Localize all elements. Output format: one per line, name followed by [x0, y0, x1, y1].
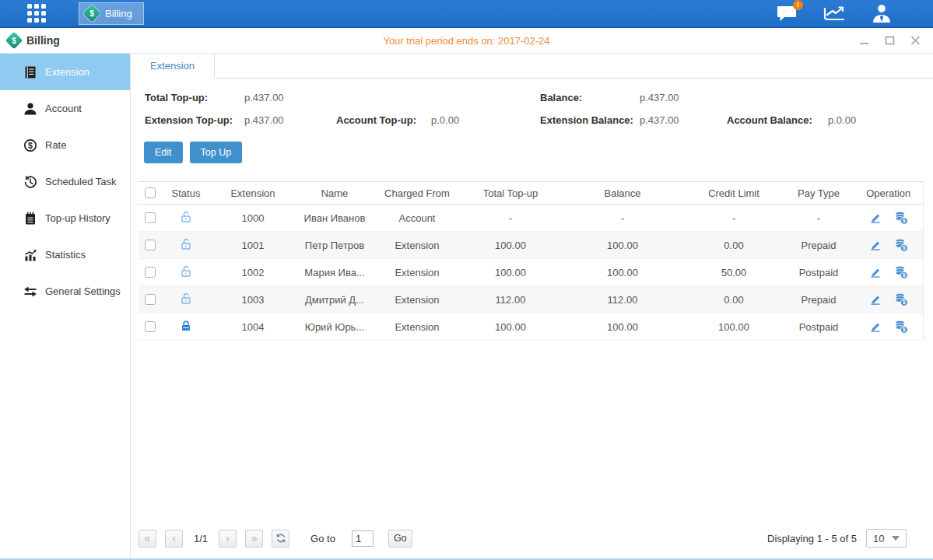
row-checkbox[interactable]	[145, 294, 156, 305]
status-unlocked-icon[interactable]	[180, 211, 192, 223]
statistics-trend-icon[interactable]	[823, 4, 846, 23]
cell-total-topup: 112.00	[461, 286, 560, 313]
app-tab-label: Billing	[105, 8, 132, 19]
chevron-down-icon	[892, 536, 900, 541]
edit-pencil-icon[interactable]	[869, 239, 882, 251]
top-up-coins-icon[interactable]: $	[894, 292, 908, 306]
table-row[interactable]: 1002 Мария Ива... Extension 100.00 100.0…	[139, 259, 923, 286]
sidebar-item-statistics[interactable]: Statistics	[0, 236, 130, 273]
edit-button[interactable]: Edit	[144, 142, 183, 163]
row-checkbox[interactable]	[145, 267, 156, 278]
select-all-checkbox[interactable]	[145, 187, 156, 198]
window-title: $ Billing	[8, 34, 60, 47]
account-topup-value: p.0.00	[431, 114, 540, 126]
top-up-coins-icon[interactable]: $	[894, 238, 908, 252]
col-operation: Operation	[854, 182, 923, 205]
last-page-button[interactable]: »	[245, 530, 263, 548]
cell-name: Юрий Юрь...	[296, 313, 374, 341]
total-topup-value: p.437.00	[244, 92, 336, 103]
billing-dollar-diamond-icon: $	[5, 32, 23, 50]
status-unlocked-icon[interactable]	[180, 292, 192, 305]
extension-balance-label: Extension Balance:	[540, 114, 640, 126]
status-unlocked-icon[interactable]	[180, 238, 192, 250]
billing-dollar-diamond-icon: $	[83, 5, 101, 23]
sidebar-item-general-settings[interactable]: General Settings	[0, 273, 130, 310]
next-page-button[interactable]: ›	[219, 530, 237, 548]
notifications-chat-icon[interactable]: !	[776, 5, 798, 22]
table-header-row: Status Extension Name Charged From Total…	[139, 182, 923, 205]
top-up-button[interactable]: Top Up	[190, 142, 243, 163]
col-extension: Extension	[210, 182, 296, 205]
edit-pencil-icon[interactable]	[869, 320, 882, 333]
total-topup-label: Total Top-up:	[145, 92, 244, 103]
sidebar-item-scheduled-task[interactable]: Scheduled Task	[0, 163, 130, 200]
edit-pencil-icon[interactable]	[869, 293, 882, 306]
table-row[interactable]: 1004 Юрий Юрь... Extension 100.00 100.00…	[139, 313, 923, 341]
minimize-icon[interactable]	[859, 36, 869, 45]
col-total-topup: Total Top-up	[461, 182, 560, 205]
sidebar-item-extension[interactable]: Extension	[0, 54, 130, 90]
scheduled-task-clock-icon	[23, 175, 37, 189]
table-row[interactable]: 1001 Петр Петров Extension 100.00 100.00…	[139, 232, 923, 259]
row-checkbox[interactable]	[145, 212, 156, 223]
status-unlocked-icon[interactable]	[180, 265, 192, 278]
top-system-bar: $ Billing !	[0, 0, 933, 28]
cell-balance: 100.00	[560, 232, 685, 259]
svg-text:$: $	[903, 245, 906, 251]
sidebar-item-rate[interactable]: $ Rate	[0, 127, 130, 163]
sidebar-item-account[interactable]: Account	[0, 90, 130, 127]
svg-text:$: $	[89, 9, 94, 18]
close-icon[interactable]	[910, 36, 921, 45]
table-row[interactable]: 1003 Дмитрий Д... Extension 112.00 112.0…	[139, 286, 923, 313]
cell-pay-type: -	[783, 205, 854, 232]
top-up-coins-icon[interactable]: $	[894, 211, 908, 225]
edit-pencil-icon[interactable]	[869, 266, 882, 278]
refresh-button[interactable]	[272, 530, 289, 548]
main-content: Extension Total Top-up: p.437.00 Balance…	[131, 54, 933, 558]
status-locked-icon[interactable]	[180, 320, 192, 332]
cell-pay-type: Prepaid	[783, 232, 854, 259]
cell-name: Дмитрий Д...	[296, 286, 374, 313]
cell-charged-from: Extension	[374, 259, 461, 286]
pagination-bar: « ‹ 1/1 › » Go to Go Displaying 1	[131, 529, 933, 558]
extension-topup-value: p.437.00	[244, 114, 336, 126]
cell-credit-limit: 0.00	[685, 232, 783, 259]
app-tab-billing[interactable]: $ Billing	[79, 2, 144, 25]
app-launcher-grid-icon[interactable]	[27, 4, 46, 23]
cell-charged-from: Extension	[374, 232, 461, 259]
cell-name: Петр Петров	[296, 232, 374, 259]
cell-extension: 1004	[210, 313, 296, 341]
page-size-value: 10	[873, 533, 884, 544]
col-balance: Balance	[560, 182, 685, 205]
top-up-coins-icon[interactable]: $	[894, 265, 908, 279]
cell-pay-type: Prepaid	[783, 286, 854, 313]
maximize-icon[interactable]	[885, 36, 895, 45]
svg-text:$: $	[903, 218, 906, 224]
row-checkbox[interactable]	[145, 321, 156, 332]
cell-extension: 1001	[210, 232, 296, 259]
billing-app-window: $ Billing ! $	[0, 0, 933, 560]
cell-total-topup: 100.00	[461, 259, 560, 286]
col-name: Name	[296, 182, 374, 205]
page-size-dropdown[interactable]: 10	[866, 529, 907, 548]
sidebar-item-label: Scheduled Task	[45, 176, 117, 187]
edit-pencil-icon[interactable]	[869, 212, 882, 224]
cell-credit-limit: 50.00	[685, 259, 783, 286]
cell-pay-type: Postpaid	[783, 259, 854, 286]
cell-balance: -	[560, 205, 685, 232]
account-person-icon	[23, 102, 37, 116]
svg-text:$: $	[12, 37, 16, 45]
sidebar-item-topup-history[interactable]: Top-up History	[0, 200, 130, 236]
prev-page-button[interactable]: ‹	[165, 530, 183, 548]
cell-balance: 100.00	[560, 259, 685, 286]
goto-page-input[interactable]	[352, 530, 374, 547]
tab-extension[interactable]: Extension	[131, 54, 215, 79]
go-button[interactable]: Go	[388, 530, 412, 548]
table-row[interactable]: 1000 Иван Иванов Account - - - - $	[139, 205, 923, 232]
user-account-icon[interactable]	[871, 3, 893, 23]
balance-value: p.437.00	[640, 92, 727, 103]
cell-credit-limit: -	[685, 205, 783, 232]
top-up-coins-icon[interactable]: $	[894, 320, 908, 334]
row-checkbox[interactable]	[145, 240, 156, 250]
first-page-button[interactable]: «	[139, 530, 156, 548]
